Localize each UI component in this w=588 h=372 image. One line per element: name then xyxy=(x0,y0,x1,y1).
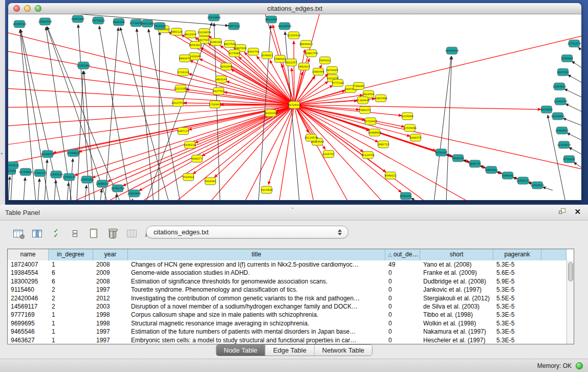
svg-text:16033809: 16033809 xyxy=(207,16,221,19)
table-row[interactable]: 946554611997Estimation of the future num… xyxy=(8,327,567,336)
svg-text:11545194: 11545194 xyxy=(50,173,63,176)
svg-text:1990448: 1990448 xyxy=(312,70,324,73)
table-row[interactable]: 911546021997Tourette syndrome. Phenomeno… xyxy=(8,286,567,294)
svg-text:9777169: 9777169 xyxy=(332,81,343,84)
traffic-lights xyxy=(13,5,41,12)
table-row[interactable]: 969969511998Structural magnetic resonanc… xyxy=(8,319,567,327)
svg-text:6679197: 6679197 xyxy=(435,151,447,154)
svg-text:1024767: 1024767 xyxy=(322,152,334,156)
column-header-in_degree[interactable]: in_degree xyxy=(49,249,93,260)
svg-text:1588520: 1588520 xyxy=(274,57,286,60)
splitter-handle-icon[interactable]: ▴ xyxy=(292,206,296,208)
table-row[interactable]: 1456911722003Disruption of a novel membe… xyxy=(8,302,567,311)
sort-ascending-icon: △ xyxy=(388,252,392,257)
float-window-icon[interactable] xyxy=(559,208,567,216)
table-cell: 1997 xyxy=(93,327,128,336)
import-table-icon[interactable] xyxy=(125,227,138,240)
svg-text:8454749: 8454749 xyxy=(247,50,259,53)
table-header-row: namein_degreeyeartitle△out_de…shortpager… xyxy=(8,249,567,260)
svg-text:15751074: 15751074 xyxy=(568,42,581,45)
zoom-window-button[interactable] xyxy=(35,5,41,12)
window-titlebar[interactable]: citations_edges.txt xyxy=(8,3,581,14)
table-cell: Estimation of significance thresholds fo… xyxy=(128,277,385,286)
table-settings-icon[interactable] xyxy=(11,227,25,240)
select-columns-icon[interactable] xyxy=(30,227,43,240)
table-row[interactable]: 946362711997Embryonic stem cells: a mode… xyxy=(8,336,567,344)
svg-text:8186328: 8186328 xyxy=(210,40,222,43)
table-cell: 6 xyxy=(49,277,93,286)
cytoscape-app: ◂ citations_edges.txt 187240077963822886… xyxy=(0,0,588,372)
svg-text:12450132: 12450132 xyxy=(516,179,530,182)
table-scrollbar-thumb[interactable] xyxy=(568,262,573,281)
table-cell: 1997 xyxy=(93,336,128,344)
svg-text:9154699: 9154699 xyxy=(401,115,413,118)
svg-text:17342737: 17342737 xyxy=(33,171,47,174)
network-canvas[interactable]: 1872400779638228860128891293423226058982… xyxy=(8,14,581,200)
svg-text:14055724: 14055724 xyxy=(13,23,27,26)
column-header-filler[interactable] xyxy=(541,249,567,260)
network-canvas-svg[interactable]: 1872400779638228860128891293423226058982… xyxy=(8,14,581,200)
split-collapse-icon[interactable]: ◂ xyxy=(1,151,3,156)
table-cell: Structural magnetic resonance image aver… xyxy=(128,319,385,327)
table-cell: 1998 xyxy=(93,311,128,319)
svg-text:17957253: 17957253 xyxy=(80,178,94,181)
svg-text:16648784: 16648784 xyxy=(445,49,459,52)
svg-text:7955812: 7955812 xyxy=(319,59,331,62)
table-cell: 9777169 xyxy=(8,311,49,319)
svg-text:20691406: 20691406 xyxy=(38,20,52,23)
svg-text:9242848: 9242848 xyxy=(220,65,232,68)
table-cell: 0 xyxy=(385,302,420,311)
table-cell: Tibbo et al. (1998) xyxy=(420,311,493,319)
table-panel-title: Table Panel xyxy=(5,209,40,216)
tab-edge-table[interactable]: Edge Table xyxy=(266,345,315,356)
column-header-out_de…[interactable]: △out_de… xyxy=(385,249,420,260)
table-scrollbar[interactable] xyxy=(567,260,574,344)
close-panel-icon[interactable]: ✕ xyxy=(574,208,581,216)
svg-text:23226058: 23226058 xyxy=(198,31,211,34)
svg-text:1700642: 1700642 xyxy=(209,103,221,106)
table-cell: Hescheler et al. (1997) xyxy=(420,336,493,344)
table-cell: Disruption of a novel member of a sodium… xyxy=(128,302,385,311)
table-cell: 18300295 xyxy=(8,277,49,286)
select-all-icon[interactable]: ✓✓ xyxy=(49,227,62,240)
column-header-short[interactable]: short xyxy=(420,249,493,260)
table-cell: 2 xyxy=(49,302,93,311)
tab-network-table[interactable]: Network Table xyxy=(315,345,372,356)
svg-text:1936218: 1936218 xyxy=(184,143,195,146)
column-header-name[interactable]: name xyxy=(8,249,49,260)
new-table-icon[interactable] xyxy=(87,227,100,240)
minimize-window-button[interactable] xyxy=(24,5,31,12)
table-row[interactable]: 977716911998Corpus callosum shape and si… xyxy=(8,311,567,319)
select-arrows-icon xyxy=(338,229,342,235)
delete-table-icon[interactable] xyxy=(106,227,119,240)
table-cell: 5.3E-5 xyxy=(493,327,541,336)
network-file-select[interactable]: citations_edges.txt xyxy=(146,226,349,238)
table-cell: de Silva et al. (2003) xyxy=(420,302,493,311)
svg-text:16954622: 16954622 xyxy=(485,168,498,171)
split-pane-gutter[interactable]: ◂ xyxy=(0,0,5,205)
table-row[interactable]: 1830029562008Estimation of significance … xyxy=(8,277,567,286)
network-view-panel: ◂ citations_edges.txt 187240077963822886… xyxy=(0,0,588,205)
table-cell: 2009 xyxy=(93,269,128,277)
table-cell: Estimation of the future numbers of pati… xyxy=(128,327,385,336)
column-header-title[interactable]: title xyxy=(128,249,385,260)
table-cell: 1 xyxy=(49,319,93,327)
column-header-pagerank[interactable]: pagerank xyxy=(493,249,541,260)
svg-text:16210643: 16210643 xyxy=(551,115,564,118)
table-row[interactable]: 2242004622012Investigating the contribut… xyxy=(8,294,567,302)
table-row[interactable]: 1938455462009Genome-wide association stu… xyxy=(8,269,567,277)
table-cell: 1 xyxy=(49,336,93,344)
svg-text:9245042: 9245042 xyxy=(502,174,513,177)
table-cell: Nakamura et al. (1997) xyxy=(420,327,493,336)
close-window-button[interactable] xyxy=(13,5,20,12)
tab-node-table[interactable]: Node Table xyxy=(216,345,266,356)
svg-text:7616461: 7616461 xyxy=(204,180,216,183)
table-panel-header: Table Panel ▴ ✕ xyxy=(0,205,588,221)
table-row[interactable]: 1872400712008Changes of HCN gene express… xyxy=(8,260,567,269)
table-cell: Dudbridge et al. (2008) xyxy=(420,277,493,286)
table-cell: 2008 xyxy=(93,260,128,269)
table-cell: 1 xyxy=(49,327,93,336)
rows-icon[interactable] xyxy=(68,227,81,240)
table-cell: 9115460 xyxy=(8,286,49,294)
column-header-year[interactable]: year xyxy=(93,249,128,260)
